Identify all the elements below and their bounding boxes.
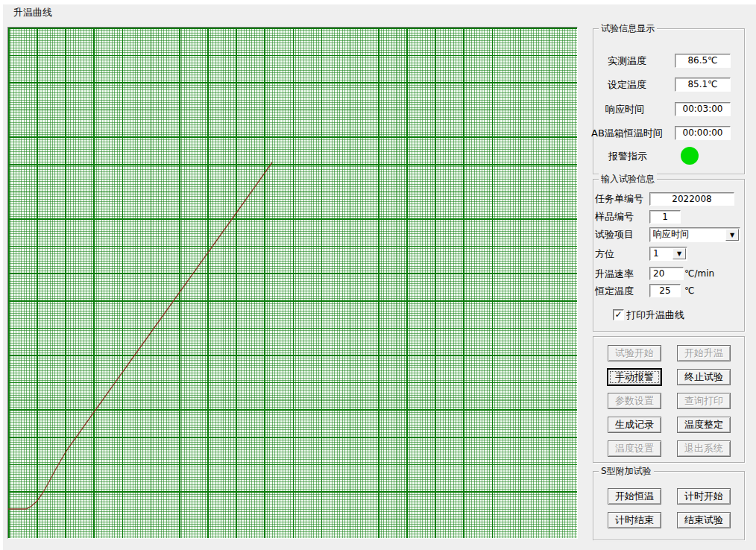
chevron-down-icon[interactable]: ▼ bbox=[725, 229, 739, 241]
test-input-title: 输入试验信息 bbox=[599, 173, 657, 185]
constant-temperature-label: 恒定温度 bbox=[595, 285, 634, 297]
timing-start-button[interactable]: 计时开始 bbox=[677, 488, 731, 505]
test-item-selected-value: 响应时间 bbox=[653, 228, 726, 241]
response-time-field: 00:03:00 bbox=[675, 102, 731, 116]
test-item-combobox[interactable]: 响应时间 ▼ bbox=[649, 227, 740, 242]
exit-system-button[interactable]: 退出系统 bbox=[677, 440, 731, 457]
alarm-indicator-label: 报警指示 bbox=[608, 150, 647, 162]
heating-curve-plot bbox=[8, 28, 577, 538]
main-buttons-grid: 试验开始开始升温手动报警终止试验参数设置查询打印生成记录温度整定温度设置退出系统 bbox=[608, 345, 731, 457]
print-curve-checkbox-label: 打印升温曲线 bbox=[626, 309, 684, 321]
constant-temperature-input[interactable]: 25 bbox=[649, 284, 681, 297]
terminate-test-button[interactable]: 终止试验 bbox=[677, 369, 731, 385]
ab-chamber-constant-time-label: AB温箱恒温时间 bbox=[591, 127, 663, 139]
print-curve-checkbox[interactable]: ✓ bbox=[613, 309, 624, 320]
start-constant-temp-button[interactable]: 开始恒温 bbox=[608, 488, 661, 505]
temperature-settings-button[interactable]: 温度设置 bbox=[608, 440, 661, 457]
heating-curve-chart bbox=[7, 27, 578, 539]
ab-chamber-constant-time-field: 00:00:00 bbox=[675, 126, 731, 140]
chart-title: 升温曲线 bbox=[13, 6, 52, 19]
end-test-button[interactable]: 结束试验 bbox=[677, 512, 731, 528]
set-temperature-label: 设定温度 bbox=[608, 78, 646, 91]
alarm-indicator-light bbox=[681, 147, 699, 165]
window-edge-left bbox=[0, 0, 3, 550]
s-type-buttons-grid: 开始恒温计时开始计时结束结束试验 bbox=[608, 488, 731, 528]
start-heating-button[interactable]: 开始升温 bbox=[677, 345, 731, 361]
s-type-additional-test-panel: S型附加试验 开始恒温计时开始计时结束结束试验 bbox=[593, 471, 745, 540]
generate-record-button[interactable]: 生成记录 bbox=[608, 417, 661, 433]
test-item-label: 试验项目 bbox=[595, 228, 634, 241]
measured-temperature-label: 实测温度 bbox=[608, 54, 646, 67]
heating-rate-label: 升温速率 bbox=[595, 268, 634, 280]
temperature-tuning-button[interactable]: 温度整定 bbox=[677, 417, 731, 433]
task-order-number-label: 任务单编号 bbox=[595, 192, 643, 205]
window-edge-top bbox=[0, 0, 756, 4]
task-order-number-input[interactable]: 2022008 bbox=[649, 192, 734, 206]
heating-curve-line bbox=[8, 162, 272, 509]
heating-rate-unit: ℃/min bbox=[684, 268, 714, 280]
manual-alarm-button[interactable]: 手动报警 bbox=[608, 369, 661, 385]
start-test-button[interactable]: 试验开始 bbox=[608, 345, 661, 361]
timing-end-button[interactable]: 计时结束 bbox=[608, 512, 661, 528]
orientation-label: 方位 bbox=[595, 247, 614, 260]
sample-number-input[interactable]: 1 bbox=[649, 210, 681, 224]
main-buttons-frame: 试验开始开始升温手动报警终止试验参数设置查询打印生成记录温度整定温度设置退出系统 bbox=[593, 336, 745, 463]
set-temperature-field: 85.1℃ bbox=[675, 78, 731, 92]
measured-temperature-field: 86.5℃ bbox=[675, 54, 731, 68]
heating-rate-input[interactable]: 20 bbox=[649, 267, 684, 280]
response-time-label: 响应时间 bbox=[605, 103, 644, 116]
application-window: 升温曲线 试验信息显示 实测温度 86.5℃ 设定温度 85.1℃ 响应时间 0… bbox=[0, 0, 756, 550]
s-type-additional-test-title: S型附加试验 bbox=[599, 465, 654, 477]
parameter-settings-button[interactable]: 参数设置 bbox=[608, 393, 661, 409]
sample-number-label: 样品编号 bbox=[595, 210, 634, 223]
constant-temperature-unit: ℃ bbox=[684, 285, 694, 297]
chevron-down-icon[interactable]: ▼ bbox=[672, 248, 686, 259]
orientation-selected-value: 1 bbox=[653, 247, 673, 260]
query-print-button[interactable]: 查询打印 bbox=[677, 393, 731, 409]
orientation-combobox[interactable]: 1 ▼ bbox=[649, 247, 687, 261]
test-info-display-title: 试验信息显示 bbox=[599, 22, 657, 34]
